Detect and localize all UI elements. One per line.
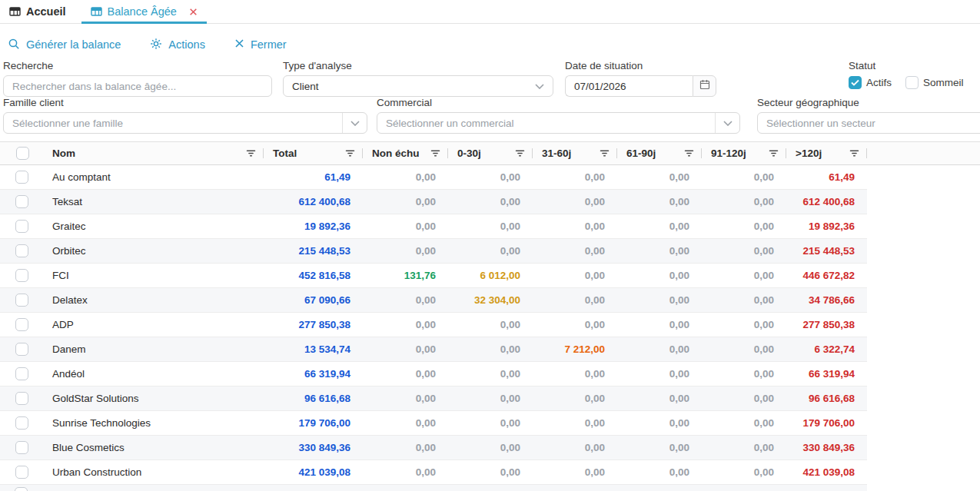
cell-61-90j: 0,00 xyxy=(617,436,702,459)
cell-31-60j: 0,00 xyxy=(533,288,617,312)
close-button[interactable]: Fermer xyxy=(234,38,287,51)
column-filter-icon[interactable] xyxy=(430,148,441,159)
column-filter-icon[interactable] xyxy=(514,148,526,159)
tab-accueil[interactable]: Accueil xyxy=(8,0,68,23)
row-checkbox[interactable] xyxy=(15,466,28,479)
cell-total: 421 039,08 xyxy=(264,460,363,484)
column-label: Total xyxy=(273,148,297,159)
cell-120j: 19 892,36 xyxy=(786,214,867,238)
column-filter-icon[interactable] xyxy=(599,148,610,159)
cell-91-120j: 0,00 xyxy=(702,165,786,189)
cell-0-30j: 0,00 xyxy=(448,460,533,484)
actions-button[interactable]: Actions xyxy=(150,38,205,52)
close-icon xyxy=(234,38,244,51)
column-header-91-120j: 91-120j xyxy=(702,142,786,164)
close-tab-icon[interactable] xyxy=(189,8,198,16)
column-filter-icon[interactable] xyxy=(245,148,257,159)
column-label: 91-120j xyxy=(711,148,746,159)
cell-91-120j: 0,00 xyxy=(702,337,786,361)
cell-non-chu: 0,00 xyxy=(363,190,448,214)
cell-91-120j: 0,00 xyxy=(702,190,786,214)
column-label: 61-90j xyxy=(626,148,656,159)
calendar-button[interactable] xyxy=(693,75,716,97)
cell-total: 13 534,74 xyxy=(264,337,363,361)
table-header: NomTotalNon échu0-30j31-60j61-90j91-120j… xyxy=(0,141,980,165)
cell-0-30j: 0,00 xyxy=(448,337,533,361)
row-checkbox[interactable] xyxy=(15,343,28,356)
table-row: Andéol66 319,940,000,000,000,000,0066 31… xyxy=(0,362,867,386)
tab-label: Accueil xyxy=(26,5,66,18)
table-row: FCI452 816,58131,766 012,000,000,000,004… xyxy=(0,264,867,288)
situation-date-input[interactable] xyxy=(565,75,693,97)
cell-91-120j: 0,00 xyxy=(702,362,786,386)
row-checkbox[interactable] xyxy=(15,269,28,282)
cell-total: 66 319,94 xyxy=(264,362,363,386)
row-checkbox[interactable] xyxy=(15,441,28,454)
client-family-label: Famille client xyxy=(3,97,367,108)
row-checkbox-cell xyxy=(0,190,43,214)
row-checkbox[interactable] xyxy=(15,171,28,184)
analysis-type-label: Type d'analyse xyxy=(283,60,553,71)
status-checkbox-actifs[interactable]: Actifs xyxy=(849,76,892,89)
row-checkbox[interactable] xyxy=(15,416,28,430)
row-checkbox-cell xyxy=(0,386,43,410)
row-checkbox-cell xyxy=(0,165,43,189)
cell-31-60j: 7 212,00 xyxy=(533,337,617,361)
generate-balance-button[interactable]: Générer la balance xyxy=(8,38,121,52)
row-name: GoldStar Solutions xyxy=(43,386,264,410)
commercial-select[interactable]: Sélectionner un commercial xyxy=(377,112,740,134)
analysis-type-select[interactable]: Client xyxy=(283,75,553,97)
geo-sector-select[interactable]: Sélectionner un secteur xyxy=(757,112,980,134)
cell-non-chu: 0,00 xyxy=(363,288,448,312)
header-filler xyxy=(867,142,980,164)
row-checkbox[interactable] xyxy=(15,392,28,405)
status-checkbox-sommeil[interactable]: Sommeil xyxy=(905,76,964,89)
column-filter-icon[interactable] xyxy=(768,148,779,159)
cell-61-90j: 0,00 xyxy=(617,460,702,484)
table-row: Au comptant61,490,000,000,000,000,0061,4… xyxy=(0,165,867,190)
tab-balance-agee[interactable]: Balance Âgée xyxy=(89,0,199,23)
table-row: Graitec19 892,360,000,000,000,000,0019 8… xyxy=(0,214,867,239)
row-checkbox-cell xyxy=(0,337,43,361)
cell-31-60j: 0,00 xyxy=(533,264,617,287)
analysis-type-value: Client xyxy=(292,81,319,92)
search-input[interactable] xyxy=(3,75,272,97)
commercial-placeholder: Sélectionner un commercial xyxy=(386,118,514,129)
row-checkbox[interactable] xyxy=(15,487,28,491)
row-checkbox-cell xyxy=(0,264,43,287)
toolbar: Générer la balance Actions Fermer xyxy=(8,34,287,55)
column-header-0-30j: 0-30j xyxy=(448,142,533,164)
cell-0-30j: 0,00 xyxy=(448,313,533,337)
column-header-nom: Nom xyxy=(43,142,264,164)
row-checkbox[interactable] xyxy=(15,220,28,233)
column-filter-icon[interactable] xyxy=(344,148,356,159)
cell-total: 277 850,38 xyxy=(264,313,363,337)
client-family-placeholder: Sélectionner une famille xyxy=(12,118,123,129)
select-all-checkbox[interactable] xyxy=(16,147,29,160)
column-filter-icon[interactable] xyxy=(849,148,860,159)
row-checkbox[interactable] xyxy=(15,244,28,257)
cell-non-chu: 0,00 xyxy=(363,362,448,386)
row-checkbox[interactable] xyxy=(15,367,28,380)
search-label: Recherche xyxy=(3,60,272,71)
cell-61-90j: 0,00 xyxy=(617,165,702,189)
cell-0-30j: 0,00 xyxy=(448,362,533,386)
gear-icon xyxy=(150,38,162,52)
row-checkbox[interactable] xyxy=(15,195,28,208)
unchecked-checkbox-icon xyxy=(905,76,919,89)
cell-non-chu: 0,00 xyxy=(363,165,448,189)
column-filter-icon[interactable] xyxy=(683,148,695,159)
tab-label: Balance Âgée xyxy=(108,5,177,18)
cell-120j: 6 322,74 xyxy=(786,337,867,361)
row-name: Orbitec xyxy=(43,239,264,263)
table-row: Blue Cosmetics330 849,360,000,000,000,00… xyxy=(0,436,867,460)
row-checkbox[interactable] xyxy=(15,318,28,331)
column-header-120j: >120j xyxy=(786,142,867,164)
table-row: Sunrise Technologies179 706,000,000,000,… xyxy=(0,411,867,436)
cell-total: 61,49 xyxy=(264,165,363,189)
row-checkbox[interactable] xyxy=(15,294,28,307)
partial-next-row xyxy=(0,485,867,491)
client-family-select[interactable]: Sélectionner une famille xyxy=(3,112,367,134)
cell-31-60j: 0,00 xyxy=(533,436,617,459)
cell-91-120j: 0,00 xyxy=(702,239,786,263)
